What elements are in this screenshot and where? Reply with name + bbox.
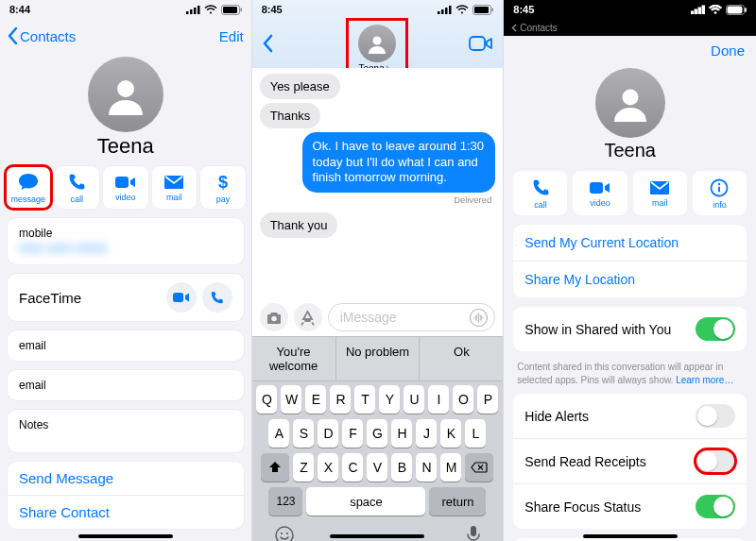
- key-r[interactable]: R: [330, 385, 351, 414]
- key-s[interactable]: S: [293, 419, 314, 448]
- delete-icon: [471, 462, 488, 473]
- learn-more-link[interactable]: Learn more…: [676, 375, 733, 385]
- facetime-audio-button[interactable]: [202, 282, 232, 313]
- key-i[interactable]: I: [428, 385, 449, 414]
- key-q[interactable]: Q: [256, 385, 277, 414]
- key-n[interactable]: N: [416, 453, 437, 482]
- call-button[interactable]: call: [55, 166, 100, 209]
- message-in[interactable]: Thank you: [260, 212, 338, 238]
- key-o[interactable]: O: [453, 385, 473, 414]
- action-row: message call video mail $ pay: [0, 166, 251, 209]
- email-card-2[interactable]: email: [8, 370, 244, 400]
- breadcrumb[interactable]: Contacts: [504, 19, 756, 36]
- key-b[interactable]: B: [391, 453, 412, 482]
- mail-label: mail: [652, 198, 668, 208]
- key-k[interactable]: K: [440, 419, 461, 448]
- suggestion[interactable]: No problem: [336, 337, 421, 380]
- facetime-button[interactable]: [469, 35, 493, 52]
- email-card-1[interactable]: email: [8, 330, 244, 361]
- mail-button[interactable]: mail: [152, 166, 198, 209]
- phone-icon: [531, 178, 550, 197]
- message-icon: [18, 173, 39, 192]
- suggestion[interactable]: Ok: [420, 337, 503, 380]
- svg-rect-27: [691, 11, 694, 14]
- key-a[interactable]: A: [268, 419, 289, 448]
- numbers-key[interactable]: 123: [268, 487, 302, 516]
- svg-point-24: [281, 533, 283, 534]
- key-y[interactable]: Y: [379, 385, 400, 414]
- info-button[interactable]: info: [693, 171, 747, 215]
- key-u[interactable]: U: [404, 385, 424, 414]
- svg-rect-30: [702, 6, 705, 14]
- edit-button[interactable]: Edit: [219, 28, 244, 44]
- key-c[interactable]: C: [342, 453, 363, 482]
- contact-name: Teena: [504, 140, 756, 161]
- key-m[interactable]: M: [440, 453, 461, 482]
- mobile-value: 000-000-0000: [19, 240, 232, 256]
- back-button[interactable]: Contacts: [8, 27, 76, 44]
- notes-card[interactable]: Notes: [8, 410, 244, 452]
- pay-icon: $: [216, 173, 230, 192]
- key-f[interactable]: F: [342, 419, 363, 448]
- suggestion[interactable]: You're welcome: [252, 337, 336, 380]
- share-contact-row[interactable]: Share Contact: [8, 495, 244, 529]
- key-j[interactable]: J: [416, 419, 437, 448]
- key-l[interactable]: L: [465, 419, 486, 448]
- delete-key[interactable]: [465, 453, 493, 482]
- key-p[interactable]: P: [477, 385, 498, 414]
- space-key[interactable]: space: [306, 487, 425, 516]
- key-z[interactable]: Z: [293, 453, 314, 482]
- signal-icon: [691, 5, 705, 14]
- hide-alerts-toggle[interactable]: [696, 404, 735, 428]
- done-button[interactable]: Done: [711, 42, 745, 59]
- emoji-button[interactable]: [274, 525, 295, 541]
- key-d[interactable]: D: [318, 419, 338, 448]
- key-h[interactable]: H: [391, 419, 412, 448]
- focus-toggle[interactable]: [696, 495, 735, 518]
- camera-button[interactable]: [260, 303, 288, 331]
- message-in[interactable]: Thanks: [260, 103, 321, 128]
- send-message-row[interactable]: Send Message: [8, 462, 244, 495]
- video-button[interactable]: video: [573, 171, 627, 215]
- return-key[interactable]: return: [429, 487, 486, 516]
- status-bar: 8:44: [0, 0, 251, 19]
- message-out[interactable]: Ok. I have to leave around 1:30 today bu…: [302, 132, 496, 193]
- shared-toggle[interactable]: [696, 317, 735, 341]
- message-input[interactable]: iMessage: [328, 303, 496, 331]
- share-location-row[interactable]: Share My Location: [513, 262, 747, 297]
- screen-contact-info: 8:45 Contacts Done Teena call video mail: [504, 0, 756, 541]
- dictate-button[interactable]: [470, 309, 488, 327]
- row-label: Share Focus Status: [524, 499, 641, 515]
- mobile-card[interactable]: mobile 000-000-0000: [8, 218, 244, 264]
- apps-button[interactable]: [294, 303, 322, 331]
- key-e[interactable]: E: [305, 385, 326, 414]
- message-in[interactable]: Yes please: [260, 74, 340, 99]
- send-location-row[interactable]: Send My Current Location: [513, 225, 747, 262]
- facetime-video-button[interactable]: [166, 282, 197, 313]
- message-button[interactable]: message: [6, 166, 51, 209]
- compose-bar: iMessage: [252, 298, 504, 336]
- mail-button[interactable]: mail: [633, 171, 687, 215]
- key-x[interactable]: X: [318, 453, 338, 482]
- shift-key[interactable]: [261, 453, 289, 482]
- nav-bar: Teena: [252, 19, 504, 68]
- read-receipts-toggle[interactable]: [696, 449, 735, 473]
- home-indicator[interactable]: [583, 534, 678, 538]
- svg-rect-5: [223, 7, 237, 13]
- back-button[interactable]: [262, 34, 273, 53]
- home-indicator[interactable]: [78, 534, 173, 538]
- pay-button[interactable]: $ pay: [200, 166, 246, 209]
- key-g[interactable]: G: [367, 419, 387, 448]
- home-indicator[interactable]: [330, 534, 424, 538]
- avatar: [595, 68, 665, 138]
- call-button[interactable]: call: [513, 171, 567, 215]
- battery-icon: [726, 5, 747, 15]
- key-w[interactable]: W: [281, 385, 301, 414]
- video-button[interactable]: video: [103, 166, 148, 209]
- placeholder: iMessage: [340, 310, 397, 325]
- mic-button[interactable]: [466, 525, 481, 541]
- message-thread[interactable]: Yes please Thanks Ok. I have to leave ar…: [252, 68, 504, 298]
- key-t[interactable]: T: [354, 385, 375, 414]
- svg-point-34: [622, 90, 638, 106]
- key-v[interactable]: V: [367, 453, 387, 482]
